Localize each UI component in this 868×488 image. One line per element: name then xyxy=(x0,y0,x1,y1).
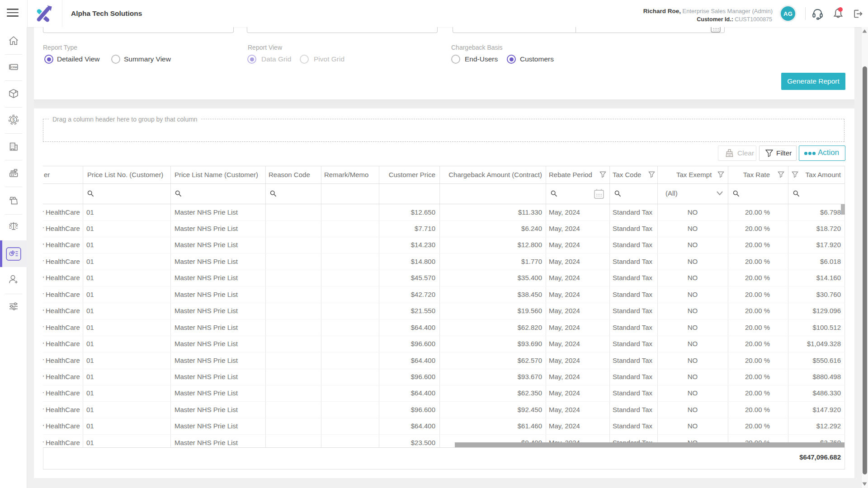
svg-text:$: $ xyxy=(12,117,15,122)
svg-text:C: C xyxy=(15,225,18,230)
svg-text:CRM: CRM xyxy=(11,66,17,69)
svg-text:D: D xyxy=(9,225,12,230)
